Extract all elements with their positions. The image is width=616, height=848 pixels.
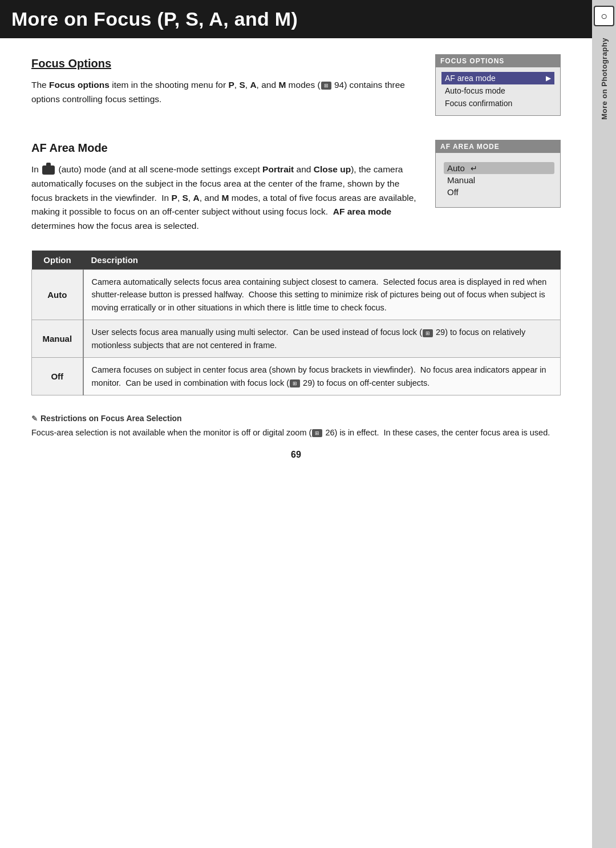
focus-options-menu-box: FOCUS OPTIONS AF area mode ▶ Auto-focus …	[435, 54, 561, 116]
focus-options-text: Focus Options The Focus options item in …	[31, 54, 418, 107]
af-option-manual-label: Manual	[447, 175, 475, 185]
menu-item-autofocus-label: Auto-focus mode	[445, 86, 505, 95]
side-tab: ○ More on Photography	[592, 0, 616, 848]
ref-icon-29b: ⊞	[290, 379, 300, 387]
menu-item-af-area-label: AF area mode	[445, 74, 496, 83]
af-option-off[interactable]: Off	[444, 186, 554, 198]
table-row: Auto Camera automatically selects focus …	[32, 269, 561, 320]
focus-options-section: Focus Options The Focus options item in …	[31, 54, 561, 116]
table-header-description: Description	[83, 251, 561, 270]
return-icon: ↵	[471, 164, 477, 173]
menu-item-af-area-arrow: ▶	[546, 74, 551, 82]
ref-icon-26: ⊞	[312, 429, 322, 437]
af-area-body: In (auto) mode (and at all scene-mode se…	[31, 163, 418, 233]
auto-mode-icon	[42, 165, 55, 175]
restrictions-text: Focus-area selection is not available wh…	[31, 426, 561, 439]
af-option-auto-label: Auto	[447, 163, 465, 173]
af-area-section: AF Area Mode In (auto) mode (and at all …	[31, 134, 561, 233]
restrictions-title: ✎ Restrictions on Focus Area Selection	[31, 414, 561, 423]
af-area-text: AF Area Mode In (auto) mode (and at all …	[31, 134, 418, 233]
page-title: More on Focus (P, S, A, and M)	[0, 0, 592, 38]
restrictions-heading: Restrictions on Focus Area Selection	[40, 414, 182, 423]
note-icon: ✎	[31, 414, 38, 423]
side-tab-label: More on Photography	[600, 38, 609, 120]
menu-item-focus-confirm-label: Focus confirmation	[445, 99, 512, 108]
camera-icon: ○	[594, 6, 614, 26]
af-area-heading: AF Area Mode	[31, 139, 418, 157]
ref-icon-94: ⊞	[321, 82, 331, 90]
options-table: Option Description Auto Camera automatic…	[31, 251, 561, 395]
table-cell-auto-label: Auto	[32, 269, 83, 320]
page-wrapper: ○ More on Photography More on Focus (P, …	[0, 0, 616, 848]
af-area-menu-body: Auto ↵ Manual Off	[436, 153, 560, 207]
af-area-menu-title: AF AREA MODE	[436, 140, 560, 153]
main-content: More on Focus (P, S, A, and M) Focus Opt…	[0, 0, 592, 848]
table-cell-auto-desc: Camera automatically selects focus area …	[83, 269, 561, 320]
page-number: 69	[31, 450, 561, 460]
af-area-menu-box: AF AREA MODE Auto ↵ Manual Off	[435, 140, 561, 208]
menu-item-af-area[interactable]: AF area mode ▶	[441, 72, 554, 84]
ref-icon-29a: ⊞	[423, 329, 433, 337]
focus-options-menu-title: FOCUS OPTIONS	[436, 55, 560, 67]
focus-options-menu-body: AF area mode ▶ Auto-focus mode Focus con…	[436, 67, 560, 115]
af-option-off-label: Off	[447, 187, 459, 197]
table-cell-off-label: Off	[32, 358, 83, 395]
table-cell-manual-desc: User selects focus area manually using m…	[83, 320, 561, 358]
af-option-auto[interactable]: Auto ↵	[444, 162, 554, 174]
table-cell-manual-label: Manual	[32, 320, 83, 358]
af-option-manual[interactable]: Manual	[444, 174, 554, 186]
table-row: Manual User selects focus area manually …	[32, 320, 561, 358]
focus-options-heading: Focus Options	[31, 54, 418, 72]
focus-options-body: The Focus options item in the shooting m…	[31, 78, 418, 107]
table-cell-off-desc: Camera focuses on subject in center focu…	[83, 358, 561, 395]
menu-item-focus-confirm[interactable]: Focus confirmation	[441, 97, 554, 110]
table-row: Off Camera focuses on subject in center …	[32, 358, 561, 395]
menu-item-autofocus[interactable]: Auto-focus mode	[441, 84, 554, 97]
table-header-option: Option	[32, 251, 83, 270]
restrictions-box: ✎ Restrictions on Focus Area Selection F…	[31, 414, 561, 439]
